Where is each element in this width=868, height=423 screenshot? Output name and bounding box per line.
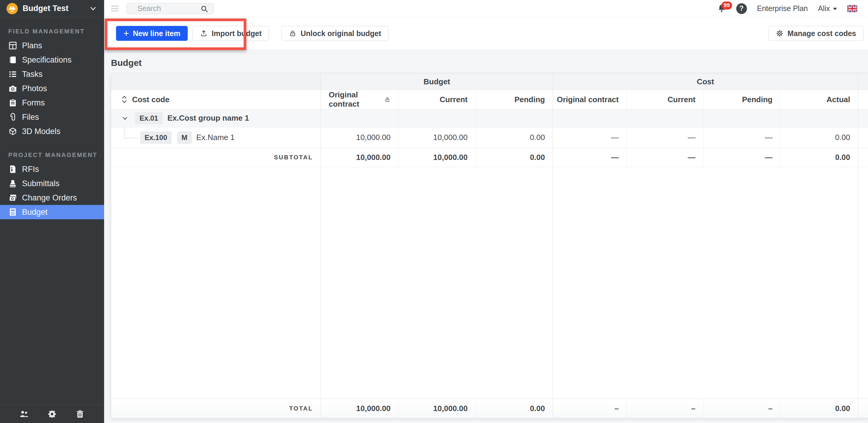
collapse-chevron-icon[interactable] [121, 115, 128, 122]
trash-icon[interactable] [75, 409, 85, 419]
search-input[interactable] [127, 4, 195, 13]
sidebar-item-label: Tasks [22, 70, 42, 79]
empty-cell [321, 109, 399, 127]
line-item-row-label[interactable]: Ex.100 M Ex.Name 1 [111, 127, 321, 148]
gear-icon [776, 29, 783, 37]
total-budget-current: 10,000.00 [399, 399, 476, 418]
fieldwire-logo-icon [6, 3, 18, 14]
sidebar-item-label: Forms [22, 98, 45, 108]
sidebar-item-forms[interactable]: Forms [0, 95, 104, 110]
sidebar-item-label: Files [22, 113, 39, 122]
sidebar-item-label: Budget [22, 208, 48, 217]
cell-cost-pending[interactable]: — [704, 127, 780, 148]
plan-label: Enterprise Plan [757, 4, 808, 13]
sidebar-item-3d-models[interactable]: 3D Models [0, 124, 104, 139]
empty-cell [858, 399, 868, 418]
column-header-cost-code[interactable]: Cost code [111, 90, 321, 109]
cell-budget-current[interactable]: 10,000.00 [399, 127, 476, 148]
total-cost-pending: – [704, 399, 780, 418]
users-icon[interactable] [19, 409, 29, 419]
locked-column-icon [384, 96, 391, 103]
subtotal-cost-actual: 0.00 [780, 148, 858, 167]
change-orders-icon [8, 193, 17, 202]
column-header-cost-actual[interactable]: Actual [780, 90, 858, 109]
total-label-cell: TOTAL [111, 399, 321, 418]
section-project-management: PROJECT MANAGEMENT [0, 151, 104, 159]
budget-content: Budget Budget Cost Cost code Original co… [104, 50, 868, 423]
empty-cell [553, 109, 627, 127]
total-cost-actual: 0.00 [780, 399, 858, 418]
settings-gear-icon[interactable] [47, 409, 57, 419]
group-header-spacer [111, 74, 321, 90]
import-budget-button[interactable]: Import budget [192, 26, 269, 41]
empty-cell [858, 109, 868, 127]
subtotal-budget-original: 10,000.00 [321, 148, 399, 167]
cell-cost-actual[interactable]: 0.00 [780, 127, 858, 148]
line-item-name: Ex.Name 1 [196, 133, 235, 142]
subtotal-label-cell: SUBTOTAL [111, 148, 321, 167]
total-cost-original: – [553, 399, 627, 418]
plans-icon [8, 41, 17, 50]
user-name: Alix [818, 4, 830, 13]
empty-cell [858, 127, 868, 148]
cost-group-row-label[interactable]: Ex.01 Ex.Cost group name 1 [111, 109, 321, 127]
notifications-button[interactable]: 99 [717, 4, 726, 13]
sidebar-item-rfis[interactable]: RFIs [0, 162, 104, 176]
sidebar-item-budget[interactable]: Budget [0, 205, 104, 219]
column-header-budget-pending[interactable]: Pending [476, 90, 553, 109]
top-right-cluster: 99 ? Enterprise Plan Alix [717, 3, 857, 14]
column-header-cost-pending[interactable]: Pending [704, 90, 780, 109]
sidebar-item-change-orders[interactable]: Change Orders [0, 191, 104, 205]
budget-table: Budget Cost Cost code Original contract … [111, 73, 868, 418]
section-field-management: FIELD MANAGEMENT [0, 28, 104, 35]
empty-cell [704, 109, 780, 127]
cost-group-code-badge: Ex.01 [135, 112, 163, 124]
top-bar: 99 ? Enterprise Plan Alix [104, 0, 868, 17]
project-chevron-down-icon[interactable] [89, 4, 98, 13]
sidebar-item-tasks[interactable]: Tasks [0, 67, 104, 81]
sidebar-item-submittals[interactable]: Submittals [0, 176, 104, 191]
unlock-original-budget-button[interactable]: Unlock original budget [281, 26, 389, 41]
budget-calculator-icon [8, 208, 17, 217]
total-budget-pending: 0.00 [476, 399, 553, 418]
cell-cost-current[interactable]: — [627, 127, 704, 148]
sidebar-item-photos[interactable]: Photos [0, 81, 104, 95]
total-cost-current: – [627, 399, 704, 418]
column-header-budget-current[interactable]: Current [399, 90, 476, 109]
sidebar-item-label: Photos [22, 84, 47, 93]
project-selector[interactable]: Budget Test [0, 0, 104, 17]
cell-cost-original[interactable]: — [553, 127, 627, 148]
sidebar-item-plans[interactable]: Plans [0, 38, 104, 53]
line-item-code-badge: Ex.100 [140, 131, 172, 144]
sort-icon[interactable] [121, 95, 127, 104]
search-icon[interactable] [200, 5, 208, 13]
cube-3d-icon [8, 127, 17, 136]
column-header-cost-original[interactable]: Original contract [553, 90, 627, 109]
help-button[interactable]: ? [736, 3, 747, 14]
column-header-cost-current[interactable]: Current [627, 90, 704, 109]
plus-icon: + [123, 29, 129, 37]
sidebar-item-files[interactable]: Files [0, 110, 104, 124]
column-header-budget-original[interactable]: Original contract [321, 90, 399, 109]
new-line-item-button[interactable]: + New line item [116, 26, 188, 41]
sidebar-item-label: RFIs [22, 165, 39, 174]
cell-budget-pending[interactable]: 0.00 [476, 127, 553, 148]
sidebar-item-specifications[interactable]: Specifications [0, 53, 104, 67]
sidebar-item-label: Plans [22, 41, 42, 50]
lock-icon [289, 29, 297, 37]
tree-connector [124, 127, 138, 138]
sidebar-item-label: 3D Models [22, 127, 60, 136]
user-caret-down-icon [833, 8, 837, 10]
filler-cell [321, 167, 553, 399]
hamburger-menu-icon[interactable] [111, 4, 119, 13]
cell-budget-original[interactable]: 10,000.00 [321, 127, 399, 148]
sidebar: Budget Test FIELD MANAGEMENT Plans Speci… [0, 0, 104, 423]
manage-cost-codes-button[interactable]: Manage cost codes [768, 26, 864, 41]
empty-cell [780, 109, 858, 127]
user-menu[interactable]: Alix [818, 4, 837, 13]
empty-cell [858, 148, 868, 167]
language-flag-icon[interactable] [847, 5, 857, 12]
sidebar-footer [0, 404, 104, 423]
page-title: Budget [111, 58, 142, 68]
cost-group-name: Ex.Cost group name 1 [167, 113, 249, 123]
